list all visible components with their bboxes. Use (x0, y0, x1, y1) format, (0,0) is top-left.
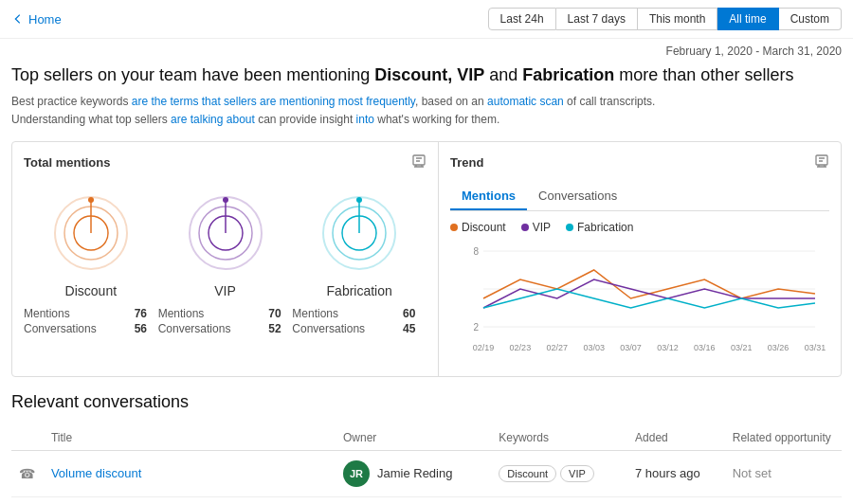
keyword-item-fabrication: Fabrication Mentions 60 Conversations 45 (292, 190, 426, 336)
home-link[interactable]: Home (11, 12, 62, 27)
legend-dot (521, 224, 529, 231)
trend-tabs: MentionsConversations (450, 183, 829, 211)
trend-title-text: Trend (450, 155, 483, 170)
trend-legend: DiscountVIPFabrication (450, 221, 829, 234)
keyword-stats: Mentions 76 Conversations 56 (24, 306, 158, 336)
legend-label: VIP (533, 221, 551, 234)
subtext-link4[interactable]: into (356, 113, 374, 126)
subtext-link3[interactable]: are talking about (171, 113, 255, 126)
conversation-owner: JRJamie Reding (336, 450, 491, 496)
time-filter-alltime[interactable]: All time (717, 8, 778, 30)
conversation-opportunity: Not set (725, 496, 842, 504)
conversation-keywords: DiscountVIP (491, 496, 627, 504)
legend-label: Fabrication (577, 221, 633, 234)
x-axis-label: 03/26 (768, 343, 789, 352)
trend-tab-mentions[interactable]: Mentions (450, 183, 527, 210)
x-axis-label: 03/31 (805, 343, 826, 352)
table-header: Title Owner Keywords Added Related oppor… (11, 425, 842, 451)
keyword-item-vip: VIP Mentions 70 Conversations 52 (158, 190, 293, 336)
mentions-stat: Mentions 70 (158, 306, 281, 321)
mentions-panel-icon[interactable] (411, 153, 426, 171)
panels-container: Total mentions Discount Mentions 76 Conv… (11, 141, 842, 377)
x-axis-label: 03/07 (620, 343, 642, 352)
date-range: February 1, 2020 - March 31, 2020 (0, 39, 853, 60)
col-header-owner: Owner (336, 425, 491, 451)
phone-icon-cell: ☎ (11, 496, 44, 504)
conversation-title[interactable]: Volume discount (44, 450, 336, 496)
x-axis-label: 02/27 (547, 343, 569, 352)
trend-panel: Trend MentionsConversations DiscountVIPF… (439, 142, 841, 376)
subtext-line1: Best practice keywords are the terms tha… (11, 93, 842, 111)
keyword-tag[interactable]: VIP (560, 465, 594, 482)
keywords-cell: DiscountVIP (499, 465, 620, 482)
headline-and: and (484, 65, 522, 84)
time-filter-last24h[interactable]: Last 24h (488, 8, 556, 30)
x-axis-label: 03/12 (657, 343, 679, 352)
col-header-icon (11, 425, 44, 451)
conversation-keywords: DiscountVIP (491, 450, 627, 496)
keyword-tag[interactable]: Discount (499, 465, 556, 482)
top-nav: Home Last 24hLast 7 daysThis monthAll ti… (0, 0, 853, 39)
col-header-title: Title (44, 425, 336, 451)
y-axis-label: 2 (473, 322, 479, 333)
time-filter-group: Last 24hLast 7 daysThis monthAll timeCus… (488, 8, 842, 30)
col-header-keywords: Keywords (491, 425, 627, 451)
svg-rect-0 (413, 155, 425, 165)
owner-cell: JRJamie Reding (343, 460, 483, 487)
headline: Top sellers on your team have been menti… (0, 60, 853, 93)
conversations-table: Title Owner Keywords Added Related oppor… (11, 425, 842, 504)
legend-item-fabrication: Fabrication (566, 221, 633, 234)
conversation-opportunity: Not set (725, 450, 842, 496)
x-axis-label: 03/16 (694, 343, 716, 352)
conversations-tbody: ☎Volume discountJRJamie RedingDiscountVI… (11, 450, 842, 504)
phone-icon: ☎ (19, 466, 35, 481)
svg-point-17 (356, 197, 362, 203)
headline-keywords: Discount, VIP (374, 65, 484, 84)
conversation-added: 7 hours ago (627, 450, 725, 496)
conversation-owner: JHJeff Hay (336, 496, 491, 504)
keyword-item-discount: Discount Mentions 76 Conversations 56 (24, 190, 158, 336)
trend-panel-icon[interactable] (814, 153, 829, 171)
mentions-panel-title: Total mentions (24, 153, 426, 171)
svg-point-7 (88, 197, 94, 203)
subtext-line2: Understanding what top sellers are talki… (11, 111, 842, 129)
legend-dot (566, 224, 573, 231)
circle-svg-discount (48, 190, 134, 276)
mentions-title-text: Total mentions (24, 155, 110, 170)
subtext-link1[interactable]: are the terms that sellers are mentionin… (132, 95, 415, 108)
x-axis-label: 02/19 (473, 343, 495, 352)
time-filter-thismonth[interactable]: This month (638, 8, 717, 30)
home-label: Home (28, 12, 62, 27)
legend-label: Discount (462, 221, 506, 234)
keyword-name: Discount (65, 283, 117, 298)
circle-container (48, 190, 134, 276)
x-axis-label: 03/03 (583, 343, 605, 352)
circle-container (317, 190, 402, 276)
headline-before: Top sellers on your team have been menti… (11, 65, 374, 84)
circle-svg-fabrication (317, 190, 402, 276)
svg-rect-18 (816, 155, 827, 165)
trend-tab-conversations[interactable]: Conversations (527, 183, 628, 210)
legend-item-vip: VIP (521, 221, 551, 234)
col-header-added: Added (627, 425, 725, 451)
owner-avatar: JR (343, 460, 370, 487)
trend-chart: 8202/1902/2302/2703/0303/0703/1203/1603/… (450, 242, 829, 365)
phone-icon-cell: ☎ (11, 450, 44, 496)
conversations-section-title: Relevant conversations (11, 392, 842, 412)
conversation-added: 7 hours ago (627, 496, 725, 504)
y-axis-label: 8 (473, 246, 479, 257)
circle-container (183, 190, 268, 276)
legend-dot (450, 224, 458, 231)
subtext-link2[interactable]: automatic scan (487, 95, 564, 108)
time-filter-last7d[interactable]: Last 7 days (556, 8, 638, 30)
total-mentions-panel: Total mentions Discount Mentions 76 Conv… (12, 142, 439, 376)
headline-after: more than other sellers (614, 65, 793, 84)
conversations-section: Relevant conversations Title Owner Keywo… (0, 392, 853, 504)
conversations-stat: Conversations 52 (158, 321, 281, 336)
conversation-title[interactable]: Closing the deal (44, 496, 336, 504)
time-filter-custom[interactable]: Custom (779, 8, 842, 30)
svg-point-12 (223, 197, 228, 203)
mentions-stat: Mentions 76 (24, 306, 147, 321)
keyword-name: VIP (214, 283, 236, 298)
table-row: ☎Closing the dealJHJeff HayDiscountVIP7 … (11, 496, 842, 504)
